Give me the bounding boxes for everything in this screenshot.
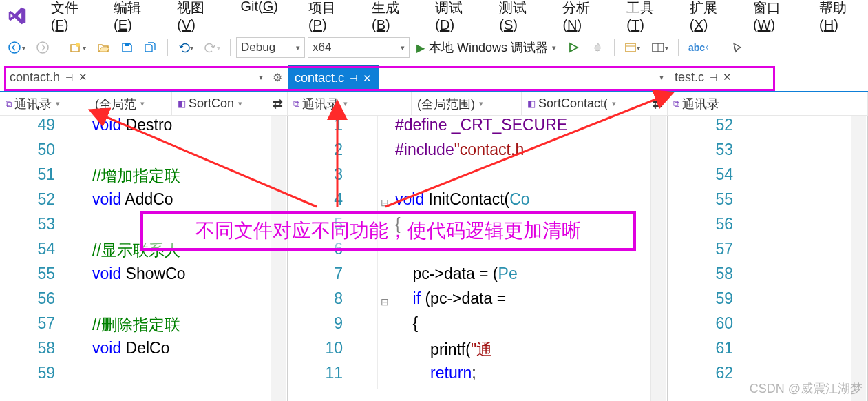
code-line[interactable]: 10 printf("通 (288, 339, 667, 364)
line-number: 58 (668, 265, 781, 289)
line-number: 52 (668, 116, 781, 141)
open-button[interactable] (93, 39, 114, 56)
layout-button[interactable]: ▾ (647, 39, 673, 56)
menu-item[interactable]: 分析(N) (547, 0, 611, 37)
editor-pane-1[interactable]: 49void Destro5051//增加指定联52void AddCo5354… (0, 116, 288, 401)
code-line[interactable]: 50 (0, 141, 287, 165)
code-line[interactable]: 59 (668, 289, 867, 314)
menu-item[interactable]: 调试(D) (420, 0, 484, 37)
nav-member[interactable]: ◧SortCon▾ (172, 92, 268, 115)
code-line[interactable]: 61 (668, 339, 867, 364)
line-number: 57 (668, 240, 781, 265)
nav-row: ⧉通讯录▾ (全局范▾ ◧SortCon▾ ⇄ ⧉通讯录▾ (全局范围)▾ ◧S… (0, 91, 868, 116)
tab-label: contact.c (295, 71, 344, 85)
config-combo[interactable]: Debug▾ (236, 37, 305, 58)
code-line[interactable]: 8⊟ if (pc->data = (288, 289, 667, 314)
nav-split-icon[interactable]: ⇄ (648, 92, 668, 115)
fold-toggle[interactable] (377, 165, 392, 190)
code-line[interactable]: 59 (0, 364, 287, 389)
menu-item[interactable]: 视图(V) (162, 0, 225, 37)
code-line[interactable]: 58void DelCo (0, 339, 287, 364)
fold-toggle[interactable] (377, 314, 392, 339)
code-line[interactable]: 57//删除指定联 (0, 314, 287, 339)
save-button[interactable] (116, 39, 137, 56)
code-line[interactable]: 56 (668, 215, 867, 240)
code-line[interactable]: 7 pc->data = (Pe (288, 265, 667, 289)
editor-pane-2[interactable]: 1#define _CRT_SECURE2#include"contact.h3… (288, 116, 668, 401)
code-line[interactable]: 51//增加指定联 (0, 165, 287, 190)
menu-item[interactable]: 测试(S) (484, 0, 547, 37)
code-line[interactable]: 56 (0, 289, 287, 314)
fold-toggle[interactable] (377, 265, 392, 289)
tab-overflow-button[interactable]: ▾ (255, 72, 267, 82)
nav-member[interactable]: ◧SortContact(▾ (522, 92, 648, 115)
menu-item[interactable]: 文件(F) (36, 0, 98, 37)
fold-toggle[interactable] (377, 364, 392, 389)
menu-item[interactable]: 生成(B) (357, 0, 420, 37)
menu-item[interactable]: 编辑(E) (98, 0, 162, 37)
fold-toggle[interactable]: ⊟ (377, 289, 392, 314)
code-line[interactable]: 57 (668, 240, 867, 265)
tab-contact-h[interactable]: contact.h ⊣ ✕ (0, 65, 94, 89)
code-line[interactable]: 60 (668, 314, 867, 339)
menu-item[interactable]: 工具(T) (611, 0, 674, 37)
nav-back-button[interactable]: ▾ (4, 39, 30, 56)
menu-item[interactable]: 扩展(X) (675, 0, 738, 37)
scrollbar[interactable] (650, 116, 666, 401)
platform-combo[interactable]: x64▾ (308, 37, 410, 58)
browser-button[interactable]: ▾ (620, 39, 644, 56)
nav-scope[interactable]: ⧉通讯录▾ (288, 92, 412, 115)
close-icon[interactable]: ✕ (78, 71, 87, 83)
cursor-button[interactable] (727, 39, 748, 56)
code-line[interactable]: 3 (288, 165, 667, 190)
scrollbar[interactable] (271, 116, 286, 401)
fold-toggle[interactable] (377, 339, 392, 364)
tab-test-c[interactable]: test.c ⊣ ✕ (668, 65, 739, 89)
start-debug-button[interactable]: ▶本地 Windows 调试器▾ (412, 37, 560, 59)
line-number: 54 (668, 165, 781, 190)
code-line[interactable]: 49void Destro (0, 116, 287, 141)
nav-fwd-button[interactable] (32, 39, 53, 56)
code-line[interactable]: 2#include"contact.h (288, 141, 667, 165)
menu-item[interactable]: 窗口(W) (738, 0, 804, 37)
fold-toggle[interactable] (377, 141, 392, 165)
code-line[interactable]: 55void ShowCo (0, 265, 287, 289)
gear-icon[interactable]: ⚙ (267, 71, 288, 84)
close-icon[interactable]: ✕ (363, 72, 372, 85)
code-line[interactable]: 55 (668, 190, 867, 215)
nav-range[interactable]: (全局范围)▾ (412, 92, 522, 115)
pin-icon[interactable]: ⊣ (710, 72, 717, 83)
redo-button[interactable]: ▾ (200, 39, 224, 56)
tab-label: test.c (675, 70, 704, 85)
tab-overflow-button[interactable]: ▾ (655, 72, 668, 82)
nav-scope[interactable]: ⧉通讯录 (668, 92, 868, 115)
start-nodebug-button[interactable] (563, 39, 584, 56)
code-line[interactable]: 11 return; (288, 364, 667, 389)
code-line[interactable]: 52 (668, 116, 867, 141)
tab-contact-c[interactable]: contact.c ⊣ ✕ (288, 65, 379, 89)
scrollbar[interactable] (851, 116, 866, 401)
new-item-button[interactable]: ▾ (65, 39, 90, 56)
line-number: 57 (0, 314, 89, 339)
line-number: 1 (288, 116, 377, 141)
code-line[interactable]: 1#define _CRT_SECURE (288, 116, 667, 141)
menu-item[interactable]: 项目(P) (293, 0, 357, 37)
pin-icon[interactable]: ⊣ (65, 72, 73, 83)
editor-pane-3[interactable]: 5253545556575859606162 (668, 116, 868, 401)
code-line[interactable]: 58 (668, 265, 867, 289)
save-all-button[interactable] (140, 39, 162, 56)
nav-scope[interactable]: ⧉通讯录▾ (0, 92, 89, 115)
nav-range[interactable]: (全局范▾ (89, 92, 172, 115)
menu-item[interactable]: Git(G) (225, 0, 293, 37)
pin-icon[interactable]: ⊣ (350, 73, 357, 83)
code-line[interactable]: 53 (668, 141, 867, 165)
close-icon[interactable]: ✕ (723, 71, 732, 83)
nav-split-icon[interactable]: ⇄ (268, 92, 288, 115)
undo-button[interactable]: ▾ (173, 39, 198, 56)
fold-toggle[interactable] (377, 116, 392, 141)
hot-reload-button[interactable] (586, 38, 608, 57)
abc-button[interactable]: abc (684, 39, 715, 56)
code-line[interactable]: 54 (668, 165, 867, 190)
menu-item[interactable]: 帮助(H) (804, 0, 868, 37)
code-line[interactable]: 9 { (288, 314, 667, 339)
